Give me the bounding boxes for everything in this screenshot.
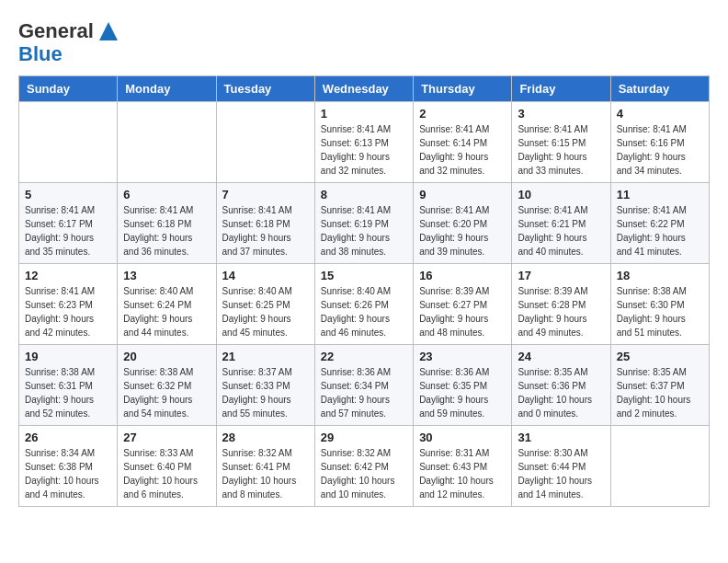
calendar-cell — [19, 102, 118, 183]
calendar-cell: 22Sunrise: 8:36 AM Sunset: 6:34 PM Dayli… — [314, 345, 413, 426]
day-number: 14 — [222, 269, 309, 282]
weekday-header-friday: Friday — [512, 76, 610, 102]
weekday-header-wednesday: Wednesday — [314, 76, 413, 102]
calendar-cell: 19Sunrise: 8:38 AM Sunset: 6:31 PM Dayli… — [19, 345, 118, 426]
day-number: 24 — [518, 350, 604, 363]
calendar-cell: 8Sunrise: 8:41 AM Sunset: 6:19 PM Daylig… — [314, 183, 413, 264]
calendar-cell: 14Sunrise: 8:40 AM Sunset: 6:25 PM Dayli… — [216, 264, 314, 345]
day-number: 2 — [419, 107, 506, 121]
day-number: 19 — [25, 350, 111, 363]
day-number: 30 — [419, 431, 506, 444]
day-number: 9 — [419, 188, 506, 201]
day-info: Sunrise: 8:41 AM Sunset: 6:18 PM Dayligh… — [123, 203, 210, 259]
day-info: Sunrise: 8:41 AM Sunset: 6:13 PM Dayligh… — [321, 122, 407, 178]
calendar-cell: 29Sunrise: 8:32 AM Sunset: 6:42 PM Dayli… — [314, 426, 413, 507]
calendar-cell: 5Sunrise: 8:41 AM Sunset: 6:17 PM Daylig… — [19, 183, 118, 264]
day-number: 13 — [123, 269, 210, 282]
calendar-cell: 18Sunrise: 8:38 AM Sunset: 6:30 PM Dayli… — [610, 264, 709, 345]
day-info: Sunrise: 8:35 AM Sunset: 6:37 PM Dayligh… — [617, 365, 703, 420]
day-number: 20 — [123, 350, 210, 363]
day-info: Sunrise: 8:38 AM Sunset: 6:32 PM Dayligh… — [123, 365, 210, 420]
day-info: Sunrise: 8:33 AM Sunset: 6:40 PM Dayligh… — [123, 446, 210, 501]
day-number: 1 — [321, 107, 407, 121]
day-info: Sunrise: 8:32 AM Sunset: 6:42 PM Dayligh… — [321, 446, 407, 501]
day-number: 17 — [518, 269, 604, 282]
calendar-cell: 30Sunrise: 8:31 AM Sunset: 6:43 PM Dayli… — [414, 426, 512, 507]
day-number: 21 — [222, 350, 309, 363]
day-info: Sunrise: 8:41 AM Sunset: 6:20 PM Dayligh… — [419, 203, 506, 259]
day-info: Sunrise: 8:41 AM Sunset: 6:23 PM Dayligh… — [25, 284, 111, 339]
svg-marker-0 — [99, 22, 118, 40]
logo-blue-text: Blue — [18, 42, 63, 66]
day-number: 29 — [321, 431, 407, 444]
day-number: 4 — [617, 107, 703, 121]
day-info: Sunrise: 8:39 AM Sunset: 6:27 PM Dayligh… — [419, 284, 506, 339]
calendar-cell: 28Sunrise: 8:32 AM Sunset: 6:41 PM Dayli… — [216, 426, 314, 507]
day-number: 27 — [123, 431, 210, 444]
day-number: 28 — [222, 431, 309, 444]
day-info: Sunrise: 8:41 AM Sunset: 6:22 PM Dayligh… — [617, 203, 703, 259]
calendar-cell: 4Sunrise: 8:41 AM Sunset: 6:16 PM Daylig… — [610, 102, 709, 183]
calendar-week-5: 26Sunrise: 8:34 AM Sunset: 6:38 PM Dayli… — [19, 426, 710, 507]
weekday-header-thursday: Thursday — [414, 76, 512, 102]
day-number: 16 — [419, 269, 506, 282]
logo: General Blue — [18, 18, 121, 66]
calendar-cell: 11Sunrise: 8:41 AM Sunset: 6:22 PM Dayli… — [610, 183, 709, 264]
day-info: Sunrise: 8:38 AM Sunset: 6:31 PM Dayligh… — [25, 365, 111, 420]
day-info: Sunrise: 8:32 AM Sunset: 6:41 PM Dayligh… — [222, 446, 309, 501]
calendar-cell: 31Sunrise: 8:30 AM Sunset: 6:44 PM Dayli… — [512, 426, 610, 507]
day-info: Sunrise: 8:36 AM Sunset: 6:34 PM Dayligh… — [321, 365, 407, 420]
calendar-cell: 1Sunrise: 8:41 AM Sunset: 6:13 PM Daylig… — [314, 102, 413, 183]
day-info: Sunrise: 8:39 AM Sunset: 6:28 PM Dayligh… — [518, 284, 604, 339]
calendar-cell: 12Sunrise: 8:41 AM Sunset: 6:23 PM Dayli… — [19, 264, 118, 345]
day-number: 8 — [321, 188, 407, 201]
calendar-cell: 2Sunrise: 8:41 AM Sunset: 6:14 PM Daylig… — [414, 102, 512, 183]
day-info: Sunrise: 8:36 AM Sunset: 6:35 PM Dayligh… — [419, 365, 506, 420]
calendar-cell: 26Sunrise: 8:34 AM Sunset: 6:38 PM Dayli… — [19, 426, 118, 507]
calendar-cell: 13Sunrise: 8:40 AM Sunset: 6:24 PM Dayli… — [118, 264, 216, 345]
day-info: Sunrise: 8:41 AM Sunset: 6:18 PM Dayligh… — [222, 203, 309, 259]
weekday-header-tuesday: Tuesday — [216, 76, 314, 102]
calendar-cell: 17Sunrise: 8:39 AM Sunset: 6:28 PM Dayli… — [512, 264, 610, 345]
day-info: Sunrise: 8:31 AM Sunset: 6:43 PM Dayligh… — [419, 446, 506, 501]
day-info: Sunrise: 8:40 AM Sunset: 6:26 PM Dayligh… — [321, 284, 407, 339]
logo-icon — [96, 18, 121, 44]
calendar-cell — [118, 102, 216, 183]
calendar-cell: 27Sunrise: 8:33 AM Sunset: 6:40 PM Dayli… — [118, 426, 216, 507]
weekday-header-monday: Monday — [118, 76, 216, 102]
logo-general-text: General — [18, 19, 94, 43]
day-number: 18 — [617, 269, 703, 282]
calendar-cell: 6Sunrise: 8:41 AM Sunset: 6:18 PM Daylig… — [118, 183, 216, 264]
day-number: 23 — [419, 350, 506, 363]
day-number: 22 — [321, 350, 407, 363]
day-info: Sunrise: 8:30 AM Sunset: 6:44 PM Dayligh… — [518, 446, 604, 501]
day-number: 7 — [222, 188, 309, 201]
calendar-cell — [610, 426, 709, 507]
calendar-cell: 7Sunrise: 8:41 AM Sunset: 6:18 PM Daylig… — [216, 183, 314, 264]
day-number: 6 — [123, 188, 210, 201]
day-info: Sunrise: 8:35 AM Sunset: 6:36 PM Dayligh… — [518, 365, 604, 420]
day-info: Sunrise: 8:41 AM Sunset: 6:15 PM Dayligh… — [518, 122, 604, 178]
page-header: General Blue — [18, 18, 710, 66]
calendar-cell — [216, 102, 314, 183]
calendar-week-3: 12Sunrise: 8:41 AM Sunset: 6:23 PM Dayli… — [19, 264, 710, 345]
day-number: 31 — [518, 431, 604, 444]
weekday-header-sunday: Sunday — [19, 76, 118, 102]
day-info: Sunrise: 8:38 AM Sunset: 6:30 PM Dayligh… — [617, 284, 703, 339]
calendar-week-2: 5Sunrise: 8:41 AM Sunset: 6:17 PM Daylig… — [19, 183, 710, 264]
day-number: 15 — [321, 269, 407, 282]
calendar-cell: 9Sunrise: 8:41 AM Sunset: 6:20 PM Daylig… — [414, 183, 512, 264]
calendar-cell: 24Sunrise: 8:35 AM Sunset: 6:36 PM Dayli… — [512, 345, 610, 426]
calendar-cell: 3Sunrise: 8:41 AM Sunset: 6:15 PM Daylig… — [512, 102, 610, 183]
weekday-header-saturday: Saturday — [610, 76, 709, 102]
day-info: Sunrise: 8:41 AM Sunset: 6:17 PM Dayligh… — [25, 203, 111, 259]
day-info: Sunrise: 8:40 AM Sunset: 6:25 PM Dayligh… — [222, 284, 309, 339]
day-info: Sunrise: 8:34 AM Sunset: 6:38 PM Dayligh… — [25, 446, 111, 501]
calendar-week-4: 19Sunrise: 8:38 AM Sunset: 6:31 PM Dayli… — [19, 345, 710, 426]
day-number: 12 — [25, 269, 111, 282]
day-info: Sunrise: 8:41 AM Sunset: 6:16 PM Dayligh… — [617, 122, 703, 178]
day-info: Sunrise: 8:41 AM Sunset: 6:21 PM Dayligh… — [518, 203, 604, 259]
day-number: 5 — [25, 188, 111, 201]
calendar-cell: 15Sunrise: 8:40 AM Sunset: 6:26 PM Dayli… — [314, 264, 413, 345]
calendar-cell: 16Sunrise: 8:39 AM Sunset: 6:27 PM Dayli… — [414, 264, 512, 345]
